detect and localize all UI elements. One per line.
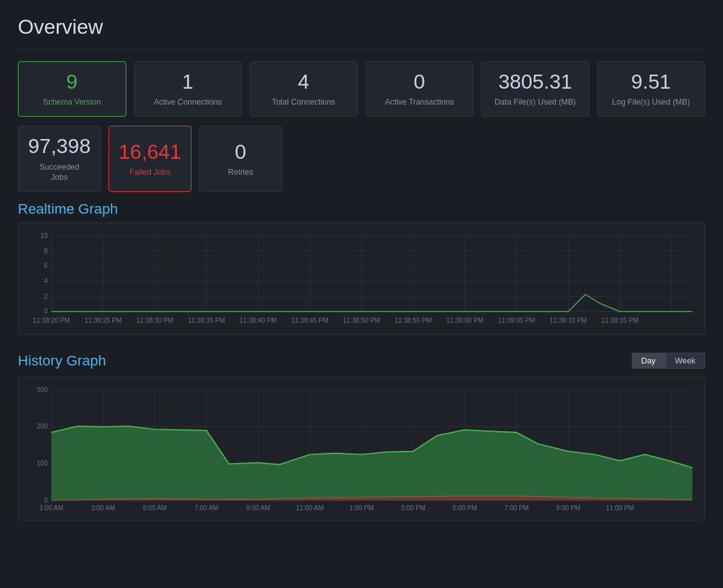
realtime-graph-container: 10 8 6 4 2 0 11:38:20 PM 11:38:25 PM 11:… (18, 223, 705, 335)
metric-card-active-connections: 1 Active Connections (134, 61, 242, 117)
svg-text:9:00 AM: 9:00 AM (246, 504, 271, 511)
metric-label-data-files-used: Data File(s) Used (MB) (495, 97, 576, 107)
svg-text:11:00 PM: 11:00 PM (606, 504, 634, 511)
metric-label-retries: Retries (228, 167, 253, 177)
metric-value-succeeded-jobs: 97,398 (28, 135, 91, 158)
svg-text:5:00 PM: 5:00 PM (452, 504, 477, 511)
svg-text:11:39:05 PM: 11:39:05 PM (498, 317, 535, 324)
svg-text:11:39:15 PM: 11:39:15 PM (601, 317, 638, 324)
metric-card-failed-jobs: 16,641 Failed Jobs (108, 126, 191, 192)
svg-text:11:38:40 PM: 11:38:40 PM (239, 317, 276, 324)
metric-card-retries: 0 Retries (199, 126, 282, 192)
svg-text:11:38:30 PM: 11:38:30 PM (136, 317, 173, 324)
history-graph-container: 300 200 100 0 1:00 AM 3:00 AM 5:00 AM 7:… (18, 377, 705, 520)
metric-card-log-files-used: 9.51 Log File(s) Used (MB) (597, 61, 706, 117)
realtime-chart-svg: 10 8 6 4 2 0 11:38:20 PM 11:38:25 PM 11:… (27, 230, 696, 330)
svg-text:11:38:50 PM: 11:38:50 PM (343, 317, 380, 324)
svg-text:4: 4 (44, 277, 48, 284)
realtime-chart-line (52, 295, 692, 312)
day-button[interactable]: Day (632, 353, 666, 369)
history-graph-header: History Graph Day Week (18, 346, 705, 374)
svg-text:11:39:10 PM: 11:39:10 PM (549, 317, 586, 324)
metric-card-data-files-used: 3805.31 Data File(s) Used (MB) (481, 61, 590, 117)
svg-text:7:00 PM: 7:00 PM (504, 504, 528, 511)
svg-text:100: 100 (36, 460, 47, 467)
svg-text:2: 2 (44, 293, 48, 300)
metrics-row-1: 9 Schema Version 1 Active Connections 4 … (18, 61, 705, 117)
metric-value-data-files-used: 3805.31 (498, 71, 572, 93)
metric-value-total-connections: 4 (298, 71, 309, 93)
svg-text:11:38:35 PM: 11:38:35 PM (188, 317, 225, 324)
svg-text:3:00 AM: 3:00 AM (91, 504, 116, 511)
metric-value-log-files-used: 9.51 (631, 71, 671, 93)
svg-text:6: 6 (44, 262, 48, 269)
realtime-graph-title: Realtime Graph (18, 201, 705, 217)
divider (18, 49, 705, 50)
week-button[interactable]: Week (666, 353, 705, 369)
svg-text:11:38:20 PM: 11:38:20 PM (33, 317, 70, 324)
svg-text:3:00 PM: 3:00 PM (401, 504, 425, 511)
svg-text:11:38:25 PM: 11:38:25 PM (84, 317, 121, 324)
metric-value-active-transactions: 0 (414, 71, 425, 93)
metric-label-succeeded-jobs: Succeeded Jobs (30, 162, 89, 182)
svg-text:0: 0 (44, 497, 48, 504)
svg-text:200: 200 (36, 423, 47, 430)
metric-label-failed-jobs: Failed Jobs (130, 167, 170, 177)
metric-label-schema-version: Schema Version (43, 97, 101, 107)
metric-card-total-connections: 4 Total Connections (250, 61, 358, 117)
metric-label-active-transactions: Active Transactions (385, 97, 454, 107)
metric-value-retries: 0 (235, 141, 246, 163)
svg-text:0: 0 (44, 307, 48, 314)
metric-value-schema-version: 9 (66, 71, 78, 93)
metric-label-total-connections: Total Connections (272, 97, 335, 107)
metric-card-schema-version: 9 Schema Version (18, 61, 126, 117)
history-graph-title: History Graph (18, 353, 106, 369)
svg-text:9:00 PM: 9:00 PM (556, 504, 580, 511)
history-graph-btn-group: Day Week (632, 353, 705, 369)
metric-value-active-connections: 1 (182, 71, 193, 93)
page-title: Overview (18, 15, 705, 39)
svg-text:5:00 AM: 5:00 AM (143, 504, 167, 511)
svg-text:11:38:55 PM: 11:38:55 PM (394, 317, 431, 324)
svg-text:1:00 PM: 1:00 PM (349, 504, 373, 511)
svg-text:300: 300 (36, 386, 47, 393)
metrics-row-2: 97,398 Succeeded Jobs 16,641 Failed Jobs… (18, 126, 705, 192)
svg-text:1:00 AM: 1:00 AM (40, 504, 64, 511)
metric-card-succeeded-jobs: 97,398 Succeeded Jobs (18, 126, 101, 192)
svg-text:11:00 AM: 11:00 AM (296, 504, 324, 511)
svg-text:8: 8 (44, 247, 48, 254)
svg-text:7:00 AM: 7:00 AM (195, 504, 219, 511)
svg-text:10: 10 (40, 232, 48, 239)
metric-label-log-files-used: Log File(s) Used (MB) (612, 97, 690, 107)
svg-text:11:39:00 PM: 11:39:00 PM (446, 317, 483, 324)
metric-value-failed-jobs: 16,641 (119, 141, 181, 163)
metric-label-active-connections: Active Connections (154, 97, 222, 107)
history-chart-green-area (52, 426, 693, 501)
history-chart-svg: 300 200 100 0 1:00 AM 3:00 AM 5:00 AM 7:… (27, 384, 696, 516)
metrics-row2-spacer (290, 126, 705, 192)
svg-text:11:38:45 PM: 11:38:45 PM (291, 317, 328, 324)
metric-card-active-transactions: 0 Active Transactions (366, 61, 474, 117)
